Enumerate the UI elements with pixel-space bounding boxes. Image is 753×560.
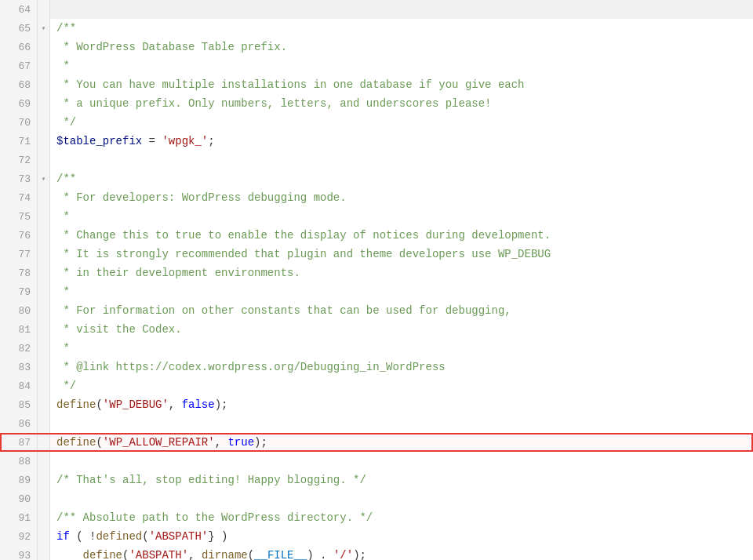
code-content: * (50, 207, 753, 226)
code-row: 82 * (0, 339, 753, 358)
code-lines-container: 64 65▾/**66 * WordPress Database Table p… (0, 0, 753, 560)
fold-arrow[interactable] (38, 226, 50, 245)
code-content: define('ABSPATH', dirname(__FILE__) . '/… (50, 546, 753, 560)
line-number: 72 (0, 151, 38, 169)
fold-arrow[interactable] (38, 132, 50, 151)
fold-arrow[interactable] (38, 358, 50, 376)
fold-arrow[interactable] (38, 188, 50, 207)
code-content: * visit the Codex. (50, 320, 753, 339)
code-row: 69 * a unique prefix. Only numbers, lett… (0, 94, 753, 113)
line-number: 92 (0, 527, 38, 546)
code-content: * For information on other constants tha… (50, 301, 753, 320)
code-row: 86 (0, 414, 753, 433)
fold-arrow[interactable] (38, 207, 50, 226)
fold-arrow[interactable] (38, 264, 50, 282)
code-content: * Change this to true to enable the disp… (50, 226, 753, 245)
fold-arrow[interactable] (38, 395, 50, 414)
code-content: define('WP_ALLOW_REPAIR', true); (50, 433, 753, 452)
code-row: 85define('WP_DEBUG', false); (0, 395, 753, 414)
fold-arrow[interactable]: ▾ (38, 169, 50, 188)
fold-arrow[interactable] (38, 452, 50, 471)
code-content: define('WP_DEBUG', false); (50, 395, 753, 414)
fold-arrow[interactable] (38, 433, 50, 452)
line-number: 87 (0, 433, 38, 452)
code-content (50, 414, 753, 433)
fold-arrow[interactable] (38, 282, 50, 301)
line-number: 78 (0, 264, 38, 282)
code-content: * For developers: WordPress debugging mo… (50, 188, 753, 207)
fold-arrow[interactable] (38, 508, 50, 527)
code-content: * WordPress Database Table prefix. (50, 38, 753, 56)
code-content: */ (50, 113, 753, 132)
line-number: 77 (0, 245, 38, 264)
code-content: * (50, 339, 753, 358)
line-number: 91 (0, 508, 38, 527)
code-row: 70 */ (0, 113, 753, 132)
line-number: 75 (0, 207, 38, 226)
code-content: /** (50, 169, 753, 188)
fold-arrow[interactable] (38, 546, 50, 560)
fold-arrow[interactable] (38, 471, 50, 489)
code-row: 88 (0, 452, 753, 471)
line-number: 89 (0, 471, 38, 489)
code-content: * You can have multiple installations in… (50, 75, 753, 94)
fold-arrow[interactable] (38, 527, 50, 546)
code-row: 68 * You can have multiple installations… (0, 75, 753, 94)
code-content (50, 489, 753, 508)
line-number: 81 (0, 320, 38, 339)
code-content: /** (50, 19, 753, 38)
line-number: 80 (0, 301, 38, 320)
code-editor: 64 65▾/**66 * WordPress Database Table p… (0, 0, 753, 560)
fold-arrow[interactable] (38, 339, 50, 358)
line-number: 68 (0, 75, 38, 94)
code-row: 89/* That's all, stop editing! Happy blo… (0, 471, 753, 489)
fold-arrow[interactable] (38, 0, 50, 19)
code-row: 91/** Absolute path to the WordPress dir… (0, 508, 753, 527)
fold-arrow[interactable] (38, 320, 50, 339)
line-number: 76 (0, 226, 38, 245)
code-content: * (50, 56, 753, 75)
line-number: 67 (0, 56, 38, 75)
fold-arrow[interactable] (38, 75, 50, 94)
code-content: if ( !defined('ABSPATH'} ) (50, 527, 753, 546)
fold-arrow[interactable] (38, 113, 50, 132)
code-row: 93 define('ABSPATH', dirname(__FILE__) .… (0, 546, 753, 560)
fold-arrow[interactable] (38, 151, 50, 169)
line-number: 65 (0, 19, 38, 38)
line-number: 70 (0, 113, 38, 132)
line-number: 90 (0, 489, 38, 508)
code-content: */ (50, 376, 753, 395)
fold-arrow[interactable] (38, 245, 50, 264)
fold-arrow[interactable] (38, 301, 50, 320)
code-row: 83 * @link https://codex.wordpress.org/D… (0, 358, 753, 376)
line-number: 85 (0, 395, 38, 414)
line-number: 79 (0, 282, 38, 301)
code-row: 66 * WordPress Database Table prefix. (0, 38, 753, 56)
line-number: 82 (0, 339, 38, 358)
line-number: 84 (0, 376, 38, 395)
code-row: 72 (0, 151, 753, 169)
fold-arrow[interactable] (38, 56, 50, 75)
fold-arrow[interactable] (38, 94, 50, 113)
code-row: 75 * (0, 207, 753, 226)
code-content: $table_prefix = 'wpgk_'; (50, 132, 753, 151)
fold-arrow[interactable] (38, 414, 50, 433)
code-row: 77 * It is strongly recommended that plu… (0, 245, 753, 264)
code-row: 78 * in their development environments. (0, 264, 753, 282)
fold-arrow[interactable] (38, 376, 50, 395)
code-content: * in their development environments. (50, 264, 753, 282)
fold-arrow[interactable] (38, 489, 50, 508)
code-row: 74 * For developers: WordPress debugging… (0, 188, 753, 207)
code-row: 64 (0, 0, 753, 19)
line-number: 64 (0, 0, 38, 19)
fold-arrow[interactable] (38, 38, 50, 56)
line-number: 83 (0, 358, 38, 376)
line-number: 69 (0, 94, 38, 113)
code-row: 76 * Change this to true to enable the d… (0, 226, 753, 245)
code-content: /* That's all, stop editing! Happy blogg… (50, 471, 753, 489)
code-content: * @link https://codex.wordpress.org/Debu… (50, 358, 753, 376)
code-row: 92if ( !defined('ABSPATH'} ) (0, 527, 753, 546)
fold-arrow[interactable]: ▾ (38, 19, 50, 38)
code-row: 87define('WP_ALLOW_REPAIR', true); (0, 433, 753, 452)
line-number: 66 (0, 38, 38, 56)
